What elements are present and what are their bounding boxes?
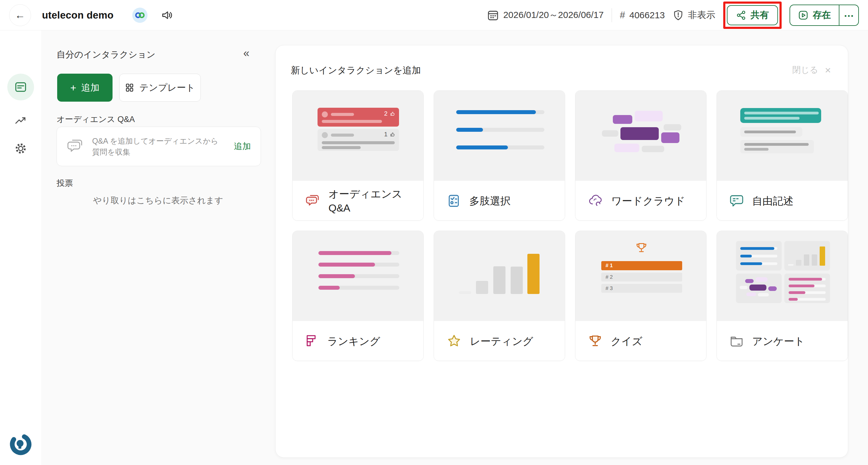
template-button[interactable]: テンプレート	[119, 74, 201, 101]
left-rail: ?	[0, 30, 41, 465]
card-word-cloud[interactable]: ワードクラウド	[575, 90, 707, 221]
trend-up-icon	[14, 115, 27, 127]
ranking-label-row: ランキング	[292, 321, 424, 361]
qa-likes-top: 2	[384, 110, 388, 117]
qa-hint-line2: 質問を収集	[92, 146, 225, 157]
utelecon-logo-icon	[8, 432, 33, 457]
ranking-steps-icon	[305, 334, 319, 348]
folder-icon	[730, 335, 744, 348]
topbar: ← utelecon demo 2026/01/20～2026/06/17	[0, 0, 868, 30]
present-label: 存在	[813, 9, 831, 21]
survey-mini-ranking	[784, 273, 830, 303]
card-open-ended[interactable]: 自由記述	[717, 90, 848, 221]
card-rating[interactable]: レーティング	[434, 231, 565, 361]
qa-card-label-row: オーディエンス Q&A	[292, 181, 424, 221]
interaction-picker: 新しいインタラクションを追加 閉じる × 2	[275, 45, 848, 458]
card-survey[interactable]: アンケート	[717, 231, 848, 361]
back-arrow-icon: ←	[15, 9, 25, 21]
survey-mini-choice	[736, 241, 782, 270]
survey-preview	[717, 231, 848, 321]
trophy-icon	[588, 334, 602, 348]
back-button[interactable]: ←	[9, 4, 31, 26]
quiz-label-row: クイズ	[576, 321, 707, 361]
gear-icon	[14, 142, 27, 155]
picker-close[interactable]: 閉じる ×	[792, 64, 831, 76]
card-label: 多肢選択	[469, 194, 553, 208]
qa-section-heading: オーディエンス Q&A	[57, 114, 135, 125]
qa-add-link[interactable]: 追加	[234, 141, 251, 152]
card-label: レーティング	[470, 334, 553, 348]
polls-empty-text: やり取りはこちらに表示されます	[41, 195, 275, 206]
panel-title: 自分のインタラクション	[57, 49, 155, 61]
checklist-icon	[447, 194, 461, 208]
card-label: クイズ	[611, 334, 694, 348]
visibility-status[interactable]: 非表示	[673, 9, 715, 21]
ellipsis-icon: …	[844, 7, 854, 19]
page-title: utelecon demo	[42, 9, 114, 21]
survey-mini-wordcloud	[736, 273, 782, 303]
open-ended-preview	[717, 91, 848, 181]
present-split-button: 存在 …	[789, 5, 859, 26]
survey-mini-rating	[784, 241, 830, 270]
multiple-choice-preview	[434, 91, 565, 181]
qa-hint-text: Q&A を追加してオーディエンスから 質問を収集	[92, 136, 225, 157]
template-button-label: テンプレート	[139, 82, 195, 94]
webex-logo-icon	[132, 8, 148, 23]
add-button-label: 追加	[81, 82, 99, 94]
add-interaction-button[interactable]: + 追加	[57, 74, 113, 101]
quiz-rank-2: # 2	[606, 274, 613, 280]
card-multiple-choice[interactable]: 多肢選択	[434, 90, 565, 221]
quiz-preview: # 1 # 2 # 3	[576, 231, 707, 321]
card-label: 自由記述	[752, 194, 835, 208]
cloud-icon	[588, 194, 603, 207]
quiz-rank-3: # 3	[606, 286, 613, 292]
rail-item-analytics[interactable]	[7, 111, 34, 131]
close-label[interactable]: 閉じる	[792, 64, 818, 76]
topbar-divider	[612, 8, 612, 22]
rail-item-interactions[interactable]	[7, 74, 34, 100]
word-cloud-label-row: ワードクラウド	[576, 181, 707, 221]
qa-add-card[interactable]: Q&A を追加してオーディエンスから 質問を収集 追加	[57, 126, 261, 166]
card-quiz[interactable]: # 1 # 2 # 3 クイズ	[575, 231, 707, 361]
present-button[interactable]: 存在	[790, 5, 839, 25]
plus-icon: +	[70, 82, 76, 94]
template-grid-icon	[125, 83, 134, 92]
interactions-doc-icon	[14, 81, 27, 93]
qa-preview: 2 1	[292, 91, 424, 181]
open-ended-label-row: 自由記述	[717, 181, 848, 221]
multiple-choice-label-row: 多肢選択	[434, 181, 565, 221]
card-label: ワードクラウド	[611, 194, 694, 208]
comment-icon	[730, 194, 744, 208]
topbar-right: 2026/01/20～2026/06/17 # 4066213 非表示	[487, 2, 859, 29]
share-button[interactable]: 共有	[727, 5, 778, 25]
hash-icon: #	[620, 10, 625, 21]
more-options-button[interactable]: …	[839, 5, 858, 25]
qa-hint-line1: Q&A を追加してオーディエンスから	[92, 136, 225, 146]
rating-label-row: レーティング	[434, 321, 565, 361]
card-label: オーディエンス Q&A	[329, 187, 411, 215]
calendar-icon	[487, 9, 499, 21]
speaker-icon[interactable]	[161, 9, 174, 22]
chat-bubbles-icon	[67, 139, 84, 154]
card-ranking[interactable]: ランキング	[292, 231, 424, 361]
close-icon[interactable]: ×	[825, 65, 831, 75]
collapse-panel-button[interactable]: «	[243, 47, 249, 60]
date-range-text: 2026/01/20～2026/06/17	[503, 9, 604, 21]
star-icon	[447, 334, 461, 348]
card-label: アンケート	[752, 334, 835, 348]
interaction-grid: 2 1	[292, 90, 848, 361]
ranking-preview	[292, 231, 424, 321]
date-range: 2026/01/20～2026/06/17	[487, 9, 604, 21]
share-highlight-annotation: 共有	[723, 2, 782, 29]
card-audience-qa[interactable]: 2 1	[292, 90, 424, 221]
event-code-value: 4066213	[629, 10, 665, 20]
event-code: # 4066213	[620, 10, 665, 21]
rail-item-settings[interactable]	[7, 139, 34, 158]
share-label: 共有	[751, 9, 769, 21]
qa-red-chat-icon	[305, 194, 320, 208]
word-cloud-preview	[576, 91, 707, 181]
quiz-rank-1: # 1	[606, 263, 613, 269]
shield-alert-icon	[673, 10, 684, 21]
rating-preview	[434, 231, 565, 321]
play-icon	[798, 10, 808, 20]
